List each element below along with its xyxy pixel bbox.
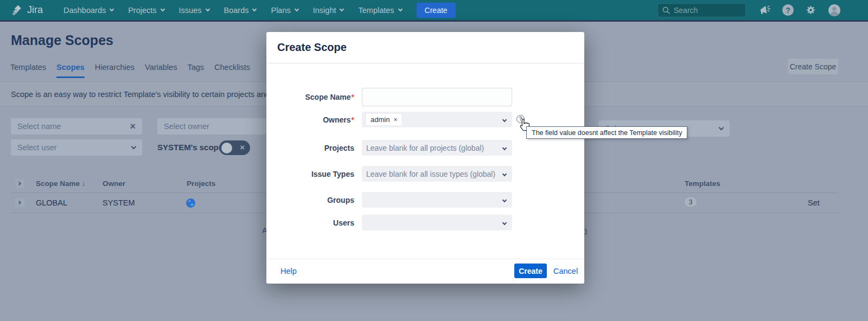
- chevron-down-icon: [340, 7, 344, 11]
- issue-types-select[interactable]: Leave blank for all issue types (global): [362, 166, 512, 182]
- nav-item-dashboards[interactable]: Dashboards: [63, 6, 113, 15]
- help-link[interactable]: Help: [280, 267, 297, 275]
- owners-label: Owners*: [266, 115, 354, 124]
- announcement-icon[interactable]: [758, 4, 771, 16]
- issue-types-label: Issue Types: [266, 170, 354, 178]
- system-scope-toggle[interactable]: ×: [219, 140, 250, 155]
- groups-label: Groups: [266, 196, 354, 204]
- search-icon: [662, 7, 670, 14]
- modal-cancel-link[interactable]: Cancel: [553, 267, 578, 275]
- templates-count-badge: 3: [685, 197, 697, 207]
- user-avatar[interactable]: [828, 4, 841, 17]
- system-scope-label: SYSTEM's scope: [157, 143, 223, 152]
- column-header-scope-name[interactable]: Scope Name ↓: [36, 179, 86, 188]
- chevron-down-icon: [719, 125, 724, 130]
- filter-owner-placeholder: Select owner: [164, 122, 259, 131]
- scope-name-label: Scope Name*: [266, 93, 354, 101]
- remove-tag-icon[interactable]: ×: [393, 116, 397, 124]
- required-asterisk: *: [352, 115, 354, 124]
- nav-item-templates[interactable]: Templates: [358, 6, 401, 15]
- issue-types-row: Issue Types Leave blank for all issue ty…: [266, 166, 584, 182]
- tab-templates[interactable]: Templates: [10, 63, 46, 78]
- owners-select[interactable]: admin ×: [362, 112, 512, 127]
- owner-tag-admin: admin ×: [366, 114, 401, 125]
- owners-row: Owners* admin ×: [266, 112, 584, 127]
- column-header-owner[interactable]: Owner: [103, 179, 125, 188]
- projects-label: Projects: [266, 144, 354, 152]
- modal-create-button[interactable]: Create: [514, 264, 547, 278]
- filter-name-input[interactable]: Select name ×: [11, 118, 142, 134]
- scopes-description: Scope is an easy way to restrict Templat…: [11, 90, 303, 99]
- row-expand-button[interactable]: [15, 198, 24, 207]
- jira-logo-icon: [11, 4, 23, 16]
- projects-select[interactable]: Leave blank for all projects (global): [362, 140, 512, 156]
- users-select[interactable]: [362, 215, 512, 230]
- nav-item-plans[interactable]: Plans: [271, 6, 298, 15]
- page-title: Manage Scopes: [11, 33, 113, 48]
- tab-tags[interactable]: Tags: [187, 63, 204, 78]
- users-label: Users: [266, 219, 354, 227]
- expand-all-button[interactable]: [15, 179, 24, 188]
- filter-name-placeholder: Select name: [17, 122, 130, 131]
- row-set-action[interactable]: Set: [808, 198, 820, 207]
- toggle-off-icon: ×: [240, 143, 245, 152]
- groups-row: Groups: [266, 192, 584, 208]
- filter-owner-input[interactable]: Select owner: [157, 118, 266, 134]
- projects-row: Projects Leave blank for all projects (g…: [266, 140, 584, 156]
- search-input[interactable]: [674, 6, 739, 15]
- sort-desc-icon: ↓: [82, 179, 86, 188]
- tab-checklists[interactable]: Checklists: [214, 63, 250, 78]
- global-search[interactable]: [658, 3, 746, 17]
- nav-item-boards[interactable]: Boards: [224, 6, 257, 15]
- gear-icon[interactable]: [805, 4, 816, 16]
- help-icon[interactable]: ?: [782, 4, 794, 16]
- chevron-down-icon: [160, 7, 164, 11]
- jira-logo-text: Jira: [27, 4, 43, 16]
- issue-types-placeholder: Leave blank for all issue types (global): [366, 170, 495, 178]
- filter-user-select[interactable]: Select user: [11, 139, 142, 156]
- users-row: Users: [266, 215, 584, 230]
- row-scope-name: GLOBAL: [36, 198, 67, 207]
- nav-item-issues[interactable]: Issues: [179, 6, 209, 15]
- tab-hierarchies[interactable]: Hierarchies: [95, 63, 135, 78]
- modal-title: Create Scope: [277, 41, 347, 54]
- chevron-right-icon: [17, 201, 21, 204]
- chevron-down-icon: [205, 7, 209, 11]
- chevron-down-icon: [295, 7, 299, 11]
- navbar-icons: ?: [758, 0, 841, 20]
- navbar-bottom-border: [0, 20, 868, 22]
- column-header-templates[interactable]: Templates: [685, 179, 720, 188]
- tab-scopes[interactable]: Scopes: [56, 63, 85, 78]
- field-help-tooltip: The field value doesnt affect the Templa…: [526, 126, 687, 139]
- modal-header-divider: [266, 63, 584, 63]
- projects-placeholder: Leave blank for all projects (global): [366, 144, 484, 152]
- modal-footer-divider: [266, 259, 584, 259]
- column-header-projects[interactable]: Projects: [187, 179, 215, 188]
- nav-item-projects[interactable]: Projects: [128, 6, 164, 15]
- nav-create-button[interactable]: Create: [417, 3, 456, 18]
- chevron-down-icon: [131, 144, 137, 149]
- clear-icon[interactable]: ×: [130, 121, 136, 131]
- nav-menu: Dashboards Projects Issues Boards Plans …: [63, 6, 402, 15]
- chevron-right-icon: [17, 182, 21, 185]
- toggle-knob: [221, 143, 232, 153]
- globe-icon: [186, 198, 195, 208]
- groups-select[interactable]: [362, 192, 512, 208]
- create-scope-modal: Create Scope Scope Name* Owners* admin ×…: [266, 32, 584, 284]
- chevron-down-icon: [110, 7, 114, 11]
- jira-logo[interactable]: Jira: [11, 4, 43, 16]
- tab-bar: Templates Scopes Hierarchies Variables T…: [10, 63, 250, 78]
- chevron-down-icon: [398, 7, 402, 11]
- required-asterisk: *: [352, 93, 354, 101]
- nav-item-insight[interactable]: Insight: [313, 6, 344, 15]
- chevron-down-icon: [252, 7, 257, 11]
- tab-variables[interactable]: Variables: [145, 63, 177, 78]
- scope-name-input[interactable]: [362, 88, 512, 106]
- row-owner: SYSTEM: [103, 198, 135, 207]
- create-scope-button[interactable]: Create Scope: [788, 59, 838, 74]
- filter-user-placeholder: Select user: [17, 143, 132, 152]
- scope-name-row: Scope Name*: [266, 88, 584, 106]
